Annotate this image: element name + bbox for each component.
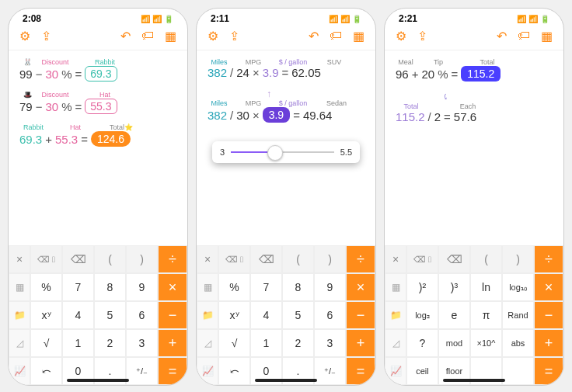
value[interactable]: 124.6: [91, 131, 131, 147]
key-)²[interactable]: )²: [406, 273, 438, 301]
key-📁[interactable]: 📁: [385, 301, 406, 329]
key-8[interactable]: 8: [94, 273, 126, 301]
calc-row[interactable]: 382/24×3.9=62.05: [208, 66, 364, 79]
key-xʸ[interactable]: xʸ: [218, 301, 250, 329]
key-ln[interactable]: ln: [470, 273, 502, 301]
key-9[interactable]: 9: [126, 273, 158, 301]
key-▦[interactable]: ▦: [385, 273, 406, 301]
key-2[interactable]: 2: [282, 329, 314, 357]
undo-icon[interactable]: ↶: [497, 29, 507, 43]
value[interactable]: 55.3: [85, 99, 117, 114]
value[interactable]: 115.2: [461, 66, 500, 82]
key-6[interactable]: 6: [126, 301, 158, 329]
key-√[interactable]: √: [30, 329, 62, 357]
slider-track[interactable]: [231, 151, 334, 153]
key-×[interactable]: ×: [9, 245, 30, 273]
key-4[interactable]: 4: [62, 301, 94, 329]
key-⁺/₋[interactable]: ⁺/₋: [126, 357, 158, 385]
key-📈[interactable]: 📈: [9, 357, 30, 385]
value[interactable]: 30: [236, 109, 249, 122]
key-8[interactable]: 8: [282, 273, 314, 301]
key-×10^[interactable]: ×10^: [470, 329, 502, 357]
key-6[interactable]: 6: [314, 301, 346, 329]
value[interactable]: 55.3: [55, 133, 78, 146]
key-)[interactable]: ): [502, 245, 534, 273]
key-9[interactable]: 9: [314, 273, 346, 301]
key-⌫[interactable]: ⌫: [62, 245, 94, 273]
key-×[interactable]: ×: [197, 245, 218, 273]
value[interactable]: 24: [236, 66, 249, 79]
key-xʸ[interactable]: xʸ: [30, 301, 62, 329]
home-indicator[interactable]: [67, 379, 129, 382]
key-−[interactable]: −: [346, 301, 375, 329]
key-4[interactable]: 4: [250, 301, 282, 329]
value[interactable]: 20: [421, 68, 434, 81]
key-×[interactable]: ×: [534, 273, 563, 301]
key-mod[interactable]: mod: [438, 329, 470, 357]
key-=[interactable]: =: [534, 357, 563, 385]
key-([interactable]: (: [282, 245, 314, 273]
key-÷[interactable]: ÷: [534, 245, 563, 273]
calc-icon[interactable]: ▦: [353, 29, 364, 43]
key-📈[interactable]: 📈: [385, 357, 406, 385]
key-−[interactable]: −: [534, 301, 563, 329]
key-)[interactable]: ): [126, 245, 158, 273]
key-÷[interactable]: ÷: [346, 245, 375, 273]
key-log₁₀[interactable]: log₁₀: [502, 273, 534, 301]
value[interactable]: 382: [208, 109, 227, 122]
key-📁[interactable]: 📁: [9, 301, 30, 329]
key-Rand[interactable]: Rand: [502, 301, 534, 329]
calc-row[interactable]: 96+20%=115.2: [396, 66, 553, 82]
gear-icon[interactable]: ⚙: [396, 29, 406, 43]
key-×[interactable]: ×: [385, 245, 406, 273]
key-2[interactable]: 2: [94, 329, 126, 357]
key-3[interactable]: 3: [126, 329, 158, 357]
key-5[interactable]: 5: [282, 301, 314, 329]
key-×[interactable]: ×: [346, 273, 375, 301]
key-◿[interactable]: ◿: [385, 329, 406, 357]
calc-icon[interactable]: ▦: [541, 29, 553, 43]
value[interactable]: 30: [45, 100, 58, 113]
value[interactable]: 69.3: [19, 133, 42, 146]
value[interactable]: 115.2: [396, 110, 425, 123]
key-⤺[interactable]: ⤺: [218, 357, 250, 385]
key-?[interactable]: ?: [406, 329, 438, 357]
key-⁺/₋[interactable]: ⁺/₋: [314, 357, 346, 385]
key-⌫ ⃞[interactable]: ⌫ ⃞: [406, 245, 438, 273]
key-e[interactable]: e: [438, 301, 470, 329]
key-=[interactable]: =: [158, 357, 187, 385]
key-7[interactable]: 7: [250, 273, 282, 301]
key-+[interactable]: +: [534, 329, 563, 357]
value[interactable]: 382: [208, 66, 227, 79]
gear-icon[interactable]: ⚙: [208, 29, 218, 43]
key-log₂[interactable]: log₂: [406, 301, 438, 329]
value-slider[interactable]: 35.5: [212, 141, 360, 163]
key-−[interactable]: −: [158, 301, 187, 329]
key-([interactable]: (: [470, 245, 502, 273]
key-π[interactable]: π: [470, 301, 502, 329]
key-📁[interactable]: 📁: [197, 301, 218, 329]
calc-row[interactable]: 69.3+55.3=124.6: [19, 131, 176, 147]
value[interactable]: 62.05: [291, 66, 321, 79]
key-÷[interactable]: ÷: [158, 245, 187, 273]
key-⤺[interactable]: ⤺: [30, 357, 62, 385]
value[interactable]: 99: [19, 68, 33, 81]
key-▦[interactable]: ▦: [9, 273, 30, 301]
key-)³[interactable]: )³: [438, 273, 470, 301]
key-1[interactable]: 1: [62, 329, 94, 357]
home-indicator[interactable]: [255, 379, 317, 382]
key-📈[interactable]: 📈: [197, 357, 218, 385]
undo-icon[interactable]: ↶: [120, 29, 131, 43]
tag-icon[interactable]: 🏷: [518, 29, 530, 43]
value[interactable]: 57.6: [454, 110, 476, 123]
value[interactable]: 30: [45, 68, 58, 81]
value[interactable]: 3.9: [263, 107, 290, 123]
key-×[interactable]: ×: [158, 273, 187, 301]
calc-icon[interactable]: ▦: [165, 29, 176, 43]
share-icon[interactable]: ⇪: [229, 29, 239, 43]
key-)[interactable]: ): [314, 245, 346, 273]
calc-row[interactable]: 99−30%=69.3: [19, 66, 176, 82]
value[interactable]: 3.9: [263, 66, 279, 79]
key-◿[interactable]: ◿: [9, 329, 30, 357]
key-+[interactable]: +: [158, 329, 187, 357]
